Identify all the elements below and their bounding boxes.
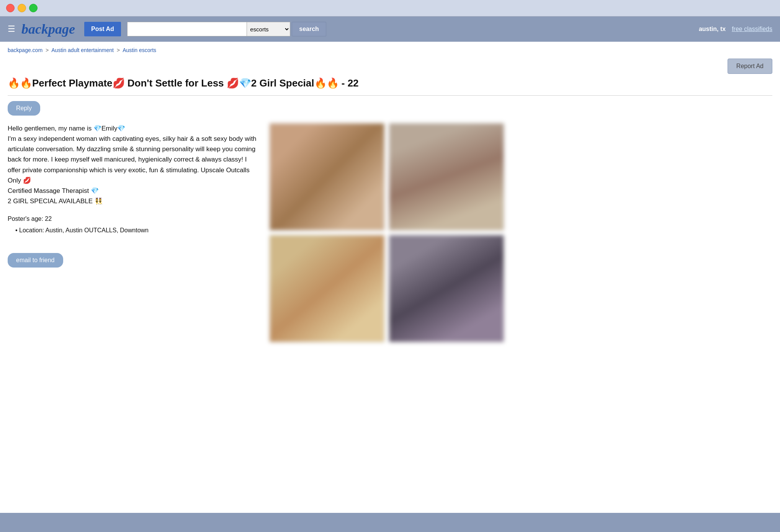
search-input[interactable] (127, 22, 247, 36)
breadcrumb: backpage.com > Austin adult entertainmen… (8, 47, 772, 53)
minimize-button-icon[interactable] (18, 4, 26, 12)
post-title: 🔥🔥Perfect Playmate💋 Don't Settle for Les… (8, 77, 772, 90)
post-description: Hello gentlemen, my name is 💎Emily💎 I'm … (8, 123, 260, 207)
ad-image-4[interactable] (389, 235, 504, 342)
location-text: austin, tx (699, 26, 726, 33)
reply-button[interactable]: Reply (8, 101, 40, 116)
description-line3: Certified Massage Therapist 💎 (8, 187, 99, 194)
ad-image-3[interactable] (270, 235, 384, 342)
location-label: Location: (19, 227, 44, 233)
close-button-icon[interactable] (6, 4, 15, 12)
ad-image-1[interactable] (270, 123, 384, 230)
poster-age-value: 22 (45, 215, 52, 222)
header: ☰ backpage Post Ad escorts adult jobs do… (0, 16, 780, 42)
post-body-area: Hello gentlemen, my name is 💎Emily💎 I'm … (8, 123, 772, 342)
logo[interactable]: backpage (21, 21, 75, 37)
description-body: I'm a sexy independent woman with captiv… (8, 135, 257, 184)
header-right: austin, tx free classifieds (699, 26, 772, 33)
search-button[interactable]: search (292, 22, 326, 36)
category-select[interactable]: escorts adult jobs dom & fetish (247, 22, 290, 36)
breadcrumb-subsection[interactable]: Austin escorts (123, 47, 156, 53)
bottom-bar (0, 513, 780, 532)
ad-image-2[interactable] (389, 123, 504, 230)
breadcrumb-section[interactable]: Austin adult entertainment (51, 47, 114, 53)
hamburger-menu-icon[interactable]: ☰ (8, 24, 15, 34)
window-chrome (0, 0, 780, 16)
search-area: escorts adult jobs dom & fetish search (127, 22, 326, 36)
location-value: Austin, Austin OUTCALLS, Downtown (46, 227, 149, 233)
post-ad-button[interactable]: Post Ad (84, 22, 121, 36)
poster-age-label: Poster's age: (8, 215, 43, 222)
breadcrumb-home[interactable]: backpage.com (8, 47, 43, 53)
images-grid (270, 123, 504, 342)
main-content: backpage.com > Austin adult entertainmen… (0, 42, 780, 528)
report-ad-area: Report Ad (8, 59, 772, 74)
description-line4: 2 GIRL SPECIAL AVAILABLE 👯 (8, 197, 103, 205)
title-divider (8, 95, 772, 96)
breadcrumb-sep-1: > (46, 47, 49, 53)
maximize-button-icon[interactable] (29, 4, 38, 12)
location-info: • Location: Austin, Austin OUTCALLS, Dow… (15, 227, 260, 234)
description-line1: Hello gentlemen, my name is 💎Emily💎 (8, 125, 125, 132)
breadcrumb-sep-2: > (117, 47, 120, 53)
post-text-column: Hello gentlemen, my name is 💎Emily💎 I'm … (8, 123, 260, 268)
email-friend-button[interactable]: email to friend (8, 253, 63, 268)
free-classifieds-link[interactable]: free classifieds (732, 26, 772, 33)
poster-age: Poster's age: 22 (8, 215, 260, 222)
report-ad-button[interactable]: Report Ad (728, 59, 772, 74)
